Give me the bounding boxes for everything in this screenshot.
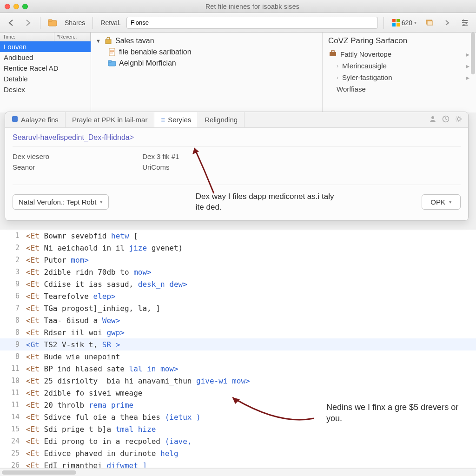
code-content: <Et Taa- 6isud a Wew>	[26, 316, 120, 325]
next-button[interactable]	[441, 16, 454, 29]
right-row-label: Fattly Novertope	[340, 50, 391, 58]
tab-relignding[interactable]: Relignding	[198, 112, 245, 127]
retval-label: Retval.	[99, 19, 123, 26]
layers-button[interactable]	[423, 16, 436, 29]
user-icon[interactable]	[429, 115, 436, 124]
list-item[interactable]: Desiex	[0, 84, 91, 95]
count-dropdown[interactable]: 620 ▾	[390, 19, 419, 26]
window-controls	[5, 4, 28, 9]
code-line[interactable]: 10<Et 25 disriolty bia hi anavami_thun g…	[0, 375, 476, 387]
main-row: Time: *Reven.. Louven Andibued Rentice R…	[0, 33, 476, 112]
back-button[interactable]	[5, 16, 18, 29]
code-line[interactable]: 1<Et Bowmr sevebfid hetw [	[0, 230, 476, 242]
settings-button[interactable]	[458, 16, 471, 29]
combo-label: Natal Verufon.: Tept Robt	[19, 198, 96, 206]
code-line[interactable]: 9<Et Cdiise it ias sasud, desk_n dew>	[0, 278, 476, 290]
code-line[interactable]: 26<Et EdI rimanthei difwmet ]	[0, 459, 476, 468]
search-input[interactable]	[126, 17, 378, 29]
list-item[interactable]: Andibued	[0, 52, 91, 63]
count-label: 620	[402, 19, 412, 26]
opk-button[interactable]: OPK ▾	[422, 194, 461, 210]
line-number: 8	[0, 352, 26, 361]
horizontal-scrollbar[interactable]	[0, 469, 476, 476]
code-line[interactable]: 7<Et TGa progost]_inhieg, la, ]	[0, 302, 476, 314]
code-line[interactable]: 2<Et Putor mom>	[0, 254, 476, 266]
close-window-button[interactable]	[5, 4, 10, 9]
code-line[interactable]: 2<Et Ni aeichaold in il jize gvenet)	[0, 242, 476, 254]
list-item[interactable]: Detable	[0, 73, 91, 84]
svg-rect-15	[330, 52, 336, 56]
code-content: <Et Bude wie unepoint	[26, 352, 120, 361]
line-number: 26	[0, 461, 26, 468]
code-content: <Et Putor mom>	[26, 256, 89, 264]
code-line[interactable]: 11<Et 2dible fo sivei wmeage	[0, 387, 476, 399]
left-list[interactable]: Louven Andibued Rentice Racel AD Detable…	[0, 41, 91, 112]
tab-prayle[interactable]: Prayle at PPK in lail-mar	[66, 112, 155, 127]
right-row[interactable]: › Mlerincausigle ▸	[323, 60, 476, 72]
list-item[interactable]: Louven	[0, 41, 91, 52]
code-line[interactable]: 8<Et Rdser iil woi gwp>	[0, 326, 476, 338]
left-scrollbar[interactable]	[469, 33, 476, 107]
detail-line: UriComs	[142, 162, 179, 173]
forward-button[interactable]	[21, 16, 34, 29]
code-editor[interactable]: 1<Et Bowmr sevebfid hetw [2<Et Ni aeicha…	[0, 230, 476, 468]
folder-button[interactable]	[46, 16, 59, 29]
code-content: <Et Cdiise it ias sasud, desk_n dew>	[26, 280, 187, 289]
code-content: <Et Ni aeichaold in il jize gvenet)	[26, 244, 183, 252]
svg-rect-4	[392, 23, 396, 26]
code-line[interactable]: 8<Et Taa- 6isud a Wew>	[0, 314, 476, 326]
svg-rect-14	[108, 60, 112, 62]
layers-icon	[425, 19, 434, 26]
tree-child[interactable]: file benable saribation	[96, 46, 317, 58]
right-header: CoVZ Paring Sarfacon	[323, 34, 476, 48]
tree-child-label: Aelgnbi Morfician	[119, 59, 176, 67]
code-line[interactable]: 8<Et Bude wie unepoint	[0, 350, 476, 363]
titlebar: Ret file inienes for isoabk sises	[0, 0, 476, 13]
code-content: <Et EdI rimanthei difwmet ]	[26, 461, 147, 468]
clock-icon[interactable]	[442, 115, 450, 124]
right-row[interactable]: › Syler-fastigation ▸	[323, 72, 476, 83]
disclosure-icon[interactable]: ▼	[96, 38, 101, 44]
version-combo[interactable]: Natal Verufon.: Tept Robt ▾	[13, 194, 109, 210]
left-column: Time: *Reven.. Louven Andibued Rentice R…	[0, 33, 91, 112]
code-line[interactable]: 15<Et Sdi prige t b]a tmal hize	[0, 423, 476, 435]
maximize-window-button[interactable]	[22, 4, 28, 9]
folder-icon	[48, 19, 57, 27]
toolbar: Shares Retval. 620 ▾	[0, 13, 476, 33]
code-line[interactable]: 3<Et 2dible ridn 70db to mow>	[0, 266, 476, 278]
tab-seryies[interactable]: ≡ Seryies	[154, 112, 198, 127]
code-line[interactable]: 9<Gt TS2 V-sik t, SR >	[0, 338, 476, 350]
code-content: <Et Tearefolve elep>	[26, 292, 116, 301]
detail-line: Dex viesero	[13, 152, 49, 162]
gear-icon[interactable]	[455, 115, 463, 124]
code-line[interactable]: 11<Et BP ind hlased sate lal in mow>	[0, 363, 476, 375]
header-time[interactable]: Time:	[0, 33, 54, 41]
code-line[interactable]: 24<Et Edi prong to in a recpoled (iave,	[0, 435, 476, 447]
right-row-label: Mlerincausigle	[342, 62, 387, 70]
header-reven[interactable]: *Reven..	[54, 33, 91, 41]
code-content: <Et 2dible ridn 70db to mow>	[26, 268, 152, 277]
line-number: 3	[0, 268, 26, 276]
code-line[interactable]: 25<Et Edivce phaved in durinote helg	[0, 447, 476, 459]
svg-point-8	[463, 20, 464, 21]
svg-point-10	[463, 24, 465, 26]
line-number: 1	[0, 231, 26, 240]
breadcrumb[interactable]: Searuvl-havefispedint_Dex-fHidnda>	[13, 132, 461, 146]
tree-root[interactable]: ▼ Sales tavan	[96, 35, 317, 46]
code-line[interactable]: 6<Et Tearefolve elep>	[0, 290, 476, 302]
list-item[interactable]: Rentice Racel AD	[0, 63, 91, 73]
minimize-window-button[interactable]	[13, 4, 19, 9]
mid-column: ▼ Sales tavan file benable saribation Ae…	[91, 33, 323, 112]
left-column-header: Time: *Reven..	[0, 33, 91, 41]
line-number: 7	[0, 304, 26, 312]
right-row[interactable]: Fattly Novertope ▸	[323, 48, 476, 60]
chevron-right-icon: ▸	[466, 74, 469, 81]
tree-child[interactable]: Aelgnbi Morfician	[96, 58, 317, 69]
right-row[interactable]: Worffiase	[323, 83, 476, 95]
chevron-down-icon: ▾	[449, 199, 452, 205]
tab-analyze[interactable]: Aalayze fins	[5, 112, 66, 127]
annotation-text: Dex way I files dapp mediconet as.i taly…	[196, 192, 335, 213]
windows-icon	[392, 19, 400, 26]
shares-label[interactable]: Shares	[63, 19, 87, 26]
analyze-icon	[12, 116, 18, 124]
